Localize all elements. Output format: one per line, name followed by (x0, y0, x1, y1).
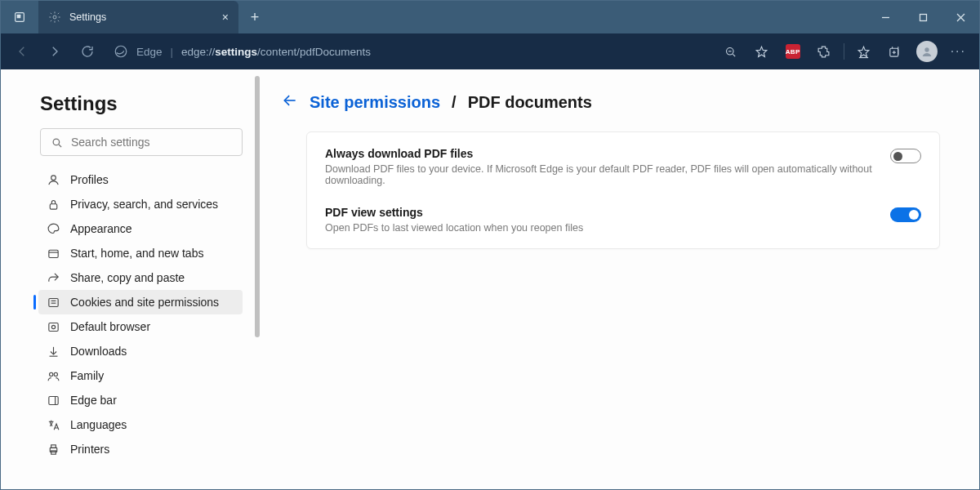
svg-point-7 (115, 46, 127, 57)
collections-icon[interactable] (880, 37, 910, 66)
share-icon (47, 271, 60, 285)
sidebar-item-downloads[interactable]: Downloads (38, 339, 243, 363)
search-icon (51, 136, 63, 149)
sidebar-item-label: Start, home, and new tabs (70, 247, 203, 260)
sidebar-item-label: Privacy, search, and services (70, 198, 218, 211)
tabs-icon (47, 247, 60, 261)
lock-icon (47, 198, 60, 212)
svg-rect-23 (50, 203, 57, 208)
tab-actions-button[interactable] (1, 1, 38, 33)
more-menu-button[interactable]: ··· (944, 44, 973, 59)
edgebar-icon (47, 394, 60, 408)
svg-point-33 (50, 372, 53, 376)
sidebar-item-label: Appearance (70, 222, 132, 235)
sidebar-item-start[interactable]: Start, home, and new tabs (38, 241, 243, 265)
svg-line-9 (733, 54, 735, 56)
sidebar-nav: Profiles Privacy, search, and services A… (38, 167, 243, 461)
sidebar-item-profiles[interactable]: Profiles (38, 167, 243, 192)
sidebar-item-label: Languages (70, 418, 127, 431)
settings-main: Site permissions / PDF documents Always … (262, 69, 979, 489)
svg-rect-1 (17, 15, 21, 19)
profile-avatar[interactable] (916, 41, 938, 62)
breadcrumb: Site permissions / PDF documents (282, 92, 940, 112)
favorite-icon[interactable] (747, 37, 777, 66)
breadcrumb-parent-link[interactable]: Site permissions (310, 93, 440, 112)
language-icon (47, 418, 60, 432)
appearance-icon (47, 222, 60, 236)
nav-back-button[interactable] (7, 37, 37, 66)
svg-rect-4 (920, 14, 926, 20)
sidebar-item-family[interactable]: Family (38, 363, 243, 388)
sidebar-item-share[interactable]: Share, copy and paste (38, 265, 243, 290)
tab-title: Settings (69, 11, 214, 23)
search-settings-input[interactable] (71, 136, 232, 149)
favorites-bar-icon[interactable] (849, 37, 879, 66)
svg-point-22 (51, 175, 56, 180)
sidebar-item-label: Default browser (70, 320, 150, 333)
svg-point-20 (53, 139, 60, 145)
address-bar[interactable]: Edge | edge://settings/content/pdfDocume… (105, 44, 713, 59)
breadcrumb-back-button[interactable] (282, 92, 298, 112)
sidebar-item-label: Profiles (70, 173, 109, 186)
sidebar-item-edge-bar[interactable]: Edge bar (38, 388, 243, 412)
svg-point-19 (924, 47, 929, 51)
settings-card: Always download PDF files Download PDF f… (306, 131, 940, 249)
download-icon (47, 345, 60, 359)
svg-rect-39 (51, 450, 56, 453)
gear-icon (48, 11, 61, 24)
toolbar-right-icons: ABP ··· (716, 37, 973, 66)
sidebar-item-default-browser[interactable]: Default browser (38, 314, 243, 339)
sidebar-item-label: Edge bar (70, 394, 117, 407)
svg-line-21 (59, 145, 61, 147)
edge-logo-icon (114, 44, 128, 59)
svg-point-34 (54, 372, 57, 376)
extensions-icon[interactable] (809, 37, 839, 66)
minimize-button[interactable] (866, 1, 904, 33)
page-content: Settings Profiles Privacy, search, and s… (1, 69, 979, 489)
toggle-download-pdf[interactable] (890, 149, 921, 163)
sidebar-scrollbar[interactable] (254, 69, 261, 429)
zoom-icon[interactable] (716, 37, 746, 66)
setting-title: PDF view settings (325, 206, 877, 219)
sidebar-item-cookies[interactable]: Cookies and site permissions (38, 290, 243, 314)
sidebar-item-label: Downloads (70, 345, 127, 358)
sidebar-item-label: Family (70, 369, 104, 382)
search-settings-input-wrapper[interactable] (40, 128, 243, 156)
setting-title: Always download PDF files (325, 147, 877, 160)
nav-forward-button[interactable] (40, 37, 69, 66)
window-controls (866, 1, 979, 33)
maximize-button[interactable] (904, 1, 942, 33)
profile-icon (47, 173, 60, 187)
family-icon (47, 369, 60, 383)
setting-desc: Open PDFs to last viewed location when y… (325, 222, 877, 234)
sidebar-item-label: Cookies and site permissions (70, 296, 219, 309)
sidebar-item-label: Share, copy and paste (70, 271, 185, 284)
titlebar: Settings × + (1, 1, 979, 33)
sidebar-title: Settings (40, 92, 243, 115)
svg-rect-38 (51, 444, 56, 448)
sidebar-item-languages[interactable]: Languages (38, 412, 243, 437)
abp-extension-icon[interactable]: ABP (778, 37, 808, 66)
breadcrumb-current: PDF documents (468, 93, 592, 112)
address-url: edge://settings/content/pdfDocuments (181, 46, 371, 58)
svg-point-2 (53, 16, 56, 19)
sidebar-item-privacy[interactable]: Privacy, search, and services (38, 192, 243, 216)
address-label: Edge (136, 46, 163, 58)
sidebar-item-appearance[interactable]: Appearance (38, 216, 243, 241)
sidebar-item-label: Printers (70, 443, 109, 456)
new-tab-button[interactable]: + (238, 1, 271, 33)
tab-close-icon[interactable]: × (222, 11, 229, 24)
close-window-button[interactable] (942, 1, 979, 33)
sidebar-item-printers[interactable]: Printers (38, 437, 243, 461)
tab-settings[interactable]: Settings × (38, 1, 238, 33)
browser-icon (47, 320, 60, 334)
printer-icon (47, 443, 60, 457)
nav-refresh-button[interactable] (73, 37, 102, 66)
toggle-pdf-view[interactable] (890, 207, 921, 222)
browser-window: Settings × + Edge | edge://settings/cont… (0, 0, 980, 490)
svg-rect-26 (49, 298, 58, 306)
setting-desc: Download PDF files to your device. If Mi… (325, 163, 877, 186)
svg-rect-29 (49, 323, 58, 331)
svg-marker-11 (756, 47, 767, 56)
svg-rect-24 (49, 250, 58, 257)
